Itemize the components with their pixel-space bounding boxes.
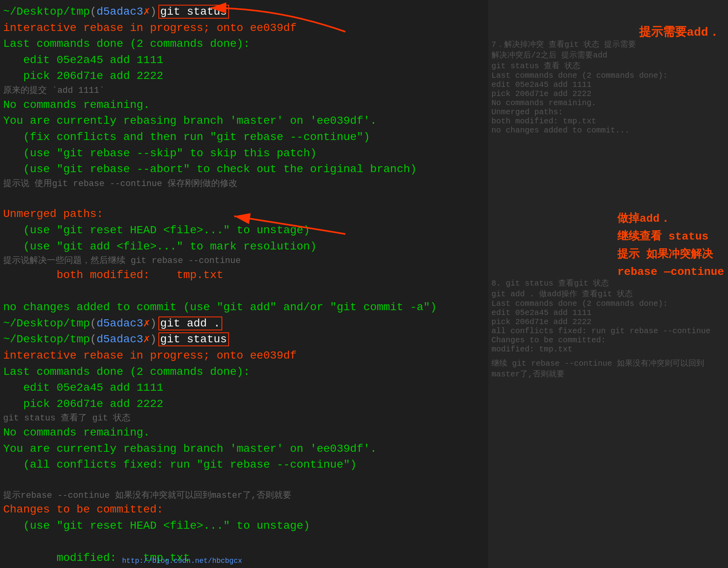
terminal-line-status2: ~/Desktop/tmp (d5adac3 ✗ ) git status [3, 332, 485, 348]
line-22: (all conflicts fixed: run "git rebase --… [3, 457, 485, 473]
sidebar-item-8-6: Changes to be committed: [491, 336, 724, 345]
line-15: no changes added to commit (use "git add… [3, 299, 485, 316]
prompt-path-add: ~/Desktop/tmp [3, 316, 90, 332]
sidebar-item-7-7: Unmerged paths: [491, 107, 725, 117]
prompt-hash-1: d5adac3 [96, 4, 143, 20]
annotation-middle: 做掉add． 继续查看 status 提示 如果冲突解决 rebase —con… [617, 210, 724, 281]
sidebar-item-8-1: git add . 做add操作 查看git 状态 [491, 288, 724, 299]
sidebar-item-8-4: pick 206d71e add 2222 [491, 317, 724, 326]
prompt-close-s2: ) [150, 332, 157, 348]
sidebar-item-8-8: 继续 git rebase --continue 如果没有冲突则可以回到mast… [491, 358, 724, 379]
line-19b: git status 查看了 git 状态 [3, 412, 485, 425]
line-23: Changes to be committed: [3, 502, 485, 518]
prompt-open-s2: ( [90, 332, 96, 348]
line-21: You are currently rebasing branch 'maste… [3, 441, 485, 457]
sidebar-item-7-5: pick 206d71e add 2222 [491, 89, 725, 98]
line-10: (use "git rebase --abort" to check out t… [3, 161, 485, 178]
sidebar-item-8: 8. git status 查看git 状态 git add . 做add操作 … [491, 278, 724, 379]
line-13b: 提示说解决一些问题，然后继续 git rebase --continue [3, 255, 485, 267]
line-11: Unmerged paths: [3, 206, 485, 223]
prompt-x-1: ✗ [143, 4, 150, 20]
line-7: You are currently rebasing branch 'maste… [3, 113, 485, 129]
line-9: (use "git rebase --skip" to skip this pa… [3, 146, 485, 162]
sidebar-item-8-2: Last commands done (2 commands done): [491, 299, 724, 308]
line-18: edit 05e2a45 add 1111 [3, 380, 485, 396]
sidebar-item-7-8: both modified: tmp.txt [491, 117, 725, 126]
line-24: (use "git reset HEAD <file>..." to unsta… [3, 518, 485, 534]
url-label: http://blog.csdn.net/hbcbgcx [122, 557, 242, 565]
sidebar-content: 7．解决掉冲突 查看git 状态 提示需要 解决冲突后/2之后 提示需要add … [491, 39, 725, 135]
line-19: pick 206d71e add 2222 [3, 396, 485, 413]
prompt-hash-s2: d5adac3 [96, 332, 143, 348]
sidebar-section: 提示需要add． 7．解决掉冲突 查看git 状态 提示需要 解决冲突后/2之后… [488, 0, 728, 568]
prompt-cmd-1: git status [158, 4, 229, 20]
prompt-path-1: ~/Desktop/tmp [3, 4, 90, 20]
prompt-x-s2: ✗ [143, 332, 150, 348]
sidebar-item-7-4: edit 05e2a45 add 1111 [491, 80, 725, 89]
line-6: No commands remaining. [3, 97, 485, 113]
sidebar-item-7-6: No commands remaining. [491, 98, 725, 107]
prompt-hash-add: d5adac3 [96, 316, 143, 332]
sidebar-item-8-3: edit 05e2a45 add 1111 [491, 308, 724, 317]
blank-5 [3, 566, 485, 568]
cmd-box-add: git add . [158, 317, 222, 330]
sidebar-item-8-7: modified: tmp.txt [491, 345, 724, 354]
sidebar-item-7-3: Last commands done (2 commands done): [491, 71, 725, 80]
terminal-section: ~/Desktop/tmp (d5adac3 ✗ ) git status in… [0, 0, 488, 568]
sidebar-item-7-2: git status 查看 状态 [491, 60, 725, 71]
prompt-close-add: ) [150, 316, 157, 332]
line-14: both modified: tmp.txt [3, 267, 485, 284]
main-container: ~/Desktop/tmp (d5adac3 ✗ ) git status in… [0, 0, 728, 568]
line-2: interactive rebase in progress; onto ee0… [3, 20, 485, 36]
annotation-top: 提示需要add． [639, 24, 720, 40]
blank-3 [3, 473, 485, 489]
line-13: (use "git add <file>..." to mark resolut… [3, 239, 485, 255]
terminal-line-1: ~/Desktop/tmp (d5adac3 ✗ ) git status [3, 4, 485, 20]
sidebar-item-8-5: all conflicts fixed: run git rebase --co… [491, 326, 724, 336]
line-22b: 提示rebase --continue 如果没有冲突就可以回到master了,否… [3, 489, 485, 502]
line-25: modified: tmp.txt [3, 550, 485, 566]
sidebar-item-7-9: no changes added to commit... [491, 126, 725, 135]
sidebar-item-7-1: 解决冲突后/2之后 提示需要add [491, 50, 725, 60]
prompt-cmd-s2: git status [158, 332, 229, 348]
prompt-open-paren-1: ( [90, 4, 96, 20]
prompt-cmd-add: git add . [158, 316, 222, 332]
line-5: pick 206d71e add 2222 [3, 68, 485, 84]
line-3: Last commands done (2 commands done): [3, 36, 485, 52]
line-4: edit 05e2a45 add 1111 [3, 52, 485, 69]
line-12: (use "git reset HEAD <file>..." to unsta… [3, 223, 485, 239]
line-16: interactive rebase in progress; onto ee0… [3, 348, 485, 364]
cmd-box-1: git status [158, 5, 229, 19]
prompt-open-add: ( [90, 316, 96, 332]
cmd-box-s2: git status [158, 332, 229, 346]
line-5b: 原来的提交 `add 1111` [3, 84, 485, 97]
sidebar-item-7-title: 7．解决掉冲突 查看git 状态 提示需要 [491, 39, 725, 50]
blank-2 [3, 284, 485, 300]
sidebar-item-8-title: 8. git status 查看git 状态 [491, 278, 724, 288]
prompt-close-paren-1: ) [150, 4, 157, 20]
line-20: No commands remaining. [3, 425, 485, 441]
blank-1 [3, 190, 485, 207]
line-17: Last commands done (2 commands done): [3, 364, 485, 380]
line-8: (fix conflicts and then run "git rebase … [3, 129, 485, 146]
terminal-line-add: ~/Desktop/tmp (d5adac3 ✗ ) git add . [3, 316, 485, 332]
prompt-x-add: ✗ [143, 316, 150, 332]
line-10b: 提示说 使用git rebase --continue 保存刚刚做的修改 [3, 178, 485, 190]
prompt-path-s2: ~/Desktop/tmp [3, 332, 90, 348]
blank-4 [3, 534, 485, 551]
